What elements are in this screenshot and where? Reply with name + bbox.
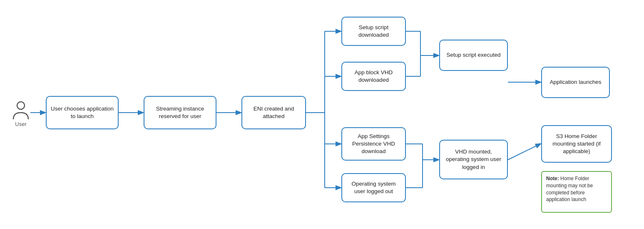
note-box: Note: Home Folder mounting may not be co… <box>541 171 612 213</box>
box-os-user: Operating system user logged out <box>341 173 406 202</box>
box-app-block-vhd: App block VHD downloaded <box>341 62 406 91</box>
box-app-launches-text: Application launches <box>550 78 602 86</box>
box-user-chooses-text: User chooses application to launch <box>51 105 114 120</box>
note-label: Note: <box>546 176 559 181</box>
user-icon: User <box>12 100 30 127</box>
box-vhd-mounted: VHD mounted, operating system user logge… <box>439 140 508 179</box>
box-app-launches: Application launches <box>541 67 610 98</box>
box-streaming-instance-text: Streaming instance reserved for user <box>149 105 211 120</box>
box-setup-script: Setup script downloaded <box>341 17 406 46</box>
user-label: User <box>15 121 26 127</box>
box-eni-created-text: ENI created and attached <box>246 105 301 120</box>
box-setup-script-text: Setup script downloaded <box>346 24 401 39</box>
diagram-container: User User chooses application to launch … <box>0 0 644 229</box>
box-s3-home: S3 Home Folder mounting started (if appl… <box>541 125 612 163</box>
svg-line-19 <box>508 144 540 160</box>
svg-point-0 <box>17 102 25 109</box>
box-setup-executed: Setup script executed <box>439 40 508 71</box>
box-s3-home-text: S3 Home Folder mounting started (if appl… <box>546 133 607 156</box>
box-os-user-text: Operating system user logged out <box>346 180 401 195</box>
box-setup-executed-text: Setup script executed <box>447 51 501 59</box>
box-user-chooses: User chooses application to launch <box>46 96 119 129</box>
box-streaming-instance: Streaming instance reserved for user <box>144 96 216 129</box>
box-eni-created: ENI created and attached <box>241 96 306 129</box>
box-app-settings: App Settings Persistence VHD download <box>341 127 406 161</box>
box-app-block-vhd-text: App block VHD downloaded <box>346 69 401 84</box>
box-app-settings-text: App Settings Persistence VHD download <box>346 133 401 156</box>
box-vhd-mounted-text: VHD mounted, operating system user logge… <box>444 148 503 171</box>
